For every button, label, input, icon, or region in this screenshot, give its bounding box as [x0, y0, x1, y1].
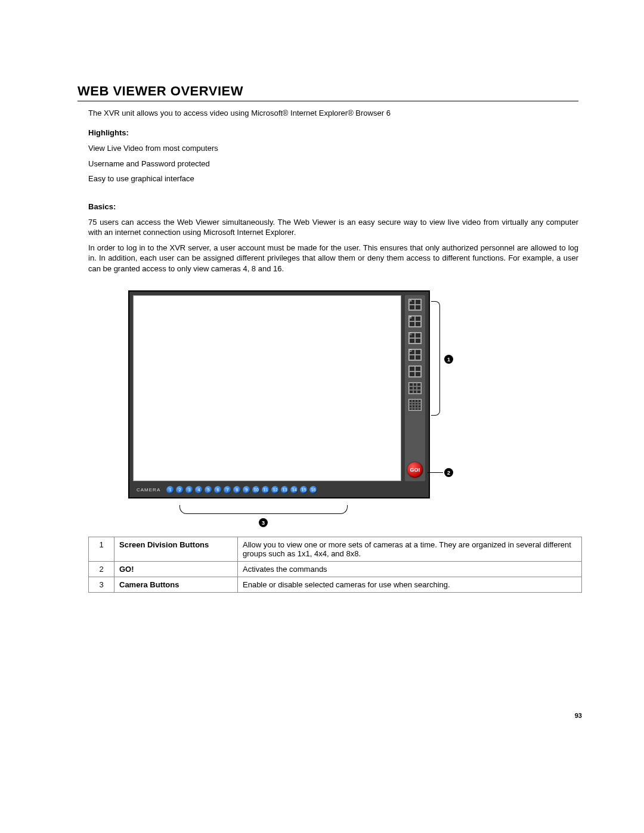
camera-bar: CAMERA 1 2 3 4 5 6 7 8 9 10 11 12 13 14 …	[133, 485, 426, 495]
legend-table: 1 Screen Division Buttons Allow you to v…	[88, 537, 582, 593]
camera-button[interactable]: 7	[224, 486, 231, 494]
legend-label: Screen Division Buttons	[114, 537, 238, 562]
legend-desc: Allow you to view one or more sets of ca…	[238, 537, 582, 562]
division-button-3x3[interactable]	[408, 382, 422, 394]
legend-label: Camera Buttons	[114, 577, 238, 593]
camera-button[interactable]: 2	[176, 486, 184, 494]
page-title: WEB VIEWER OVERVIEW	[78, 83, 578, 101]
callout-bracket-1	[431, 301, 440, 416]
highlight-item: Username and Password protected	[88, 159, 578, 169]
callout-bracket-3	[179, 505, 348, 514]
division-button-a[interactable]: A	[408, 299, 422, 311]
camera-button[interactable]: 8	[233, 486, 241, 494]
video-display-area	[133, 295, 401, 481]
table-row: 1 Screen Division Buttons Allow you to v…	[89, 537, 582, 562]
callout-badge-1: 1	[444, 355, 453, 364]
legend-num: 3	[89, 577, 114, 593]
camera-button[interactable]: 4	[195, 486, 203, 494]
legend-desc: Enable or disable selected cameras for u…	[238, 577, 582, 593]
camera-button[interactable]: 11	[262, 486, 270, 494]
highlight-item: View Live Video from most computers	[88, 143, 578, 154]
camera-button[interactable]: 9	[243, 486, 250, 494]
camera-button[interactable]: 3	[185, 486, 193, 494]
camera-button[interactable]: 14	[290, 486, 298, 494]
legend-num: 1	[89, 537, 114, 562]
go-button[interactable]: GO!	[407, 462, 423, 478]
table-row: 2 GO! Activates the commands	[89, 562, 582, 577]
page-number: 93	[78, 712, 582, 719]
division-button-2x2[interactable]	[408, 366, 422, 377]
app-window: A B C D GO! CAMERA 1 2 3 4 5	[128, 290, 430, 498]
camera-button[interactable]: 6	[214, 486, 222, 494]
division-button-c[interactable]: C	[408, 332, 422, 344]
camera-button[interactable]: 5	[205, 486, 212, 494]
intro-text: The XVR unit allows you to access video …	[88, 109, 578, 117]
callout-badge-2: 2	[444, 468, 453, 477]
highlights-heading: Highlights:	[88, 128, 578, 137]
legend-num: 2	[89, 562, 114, 577]
camera-bar-label: CAMERA	[137, 487, 160, 493]
camera-button[interactable]: 15	[300, 486, 308, 494]
camera-button[interactable]: 16	[309, 486, 317, 494]
legend-desc: Activates the commands	[238, 562, 582, 577]
camera-button[interactable]: 10	[252, 486, 260, 494]
division-button-b[interactable]: B	[408, 315, 422, 327]
camera-buttons-row: 1 2 3 4 5 6 7 8 9 10 11 12 13 14 15 16	[166, 486, 317, 494]
basics-paragraph: 75 users can access the Web Viewer simul…	[88, 217, 578, 238]
division-button-d[interactable]: D	[408, 349, 422, 361]
basics-paragraph: In order to log in to the XVR server, a …	[88, 243, 578, 274]
table-row: 3 Camera Buttons Enable or disable selec…	[89, 577, 582, 593]
division-button-4x4[interactable]	[408, 399, 422, 411]
highlight-item: Easy to use graphical interface	[88, 174, 578, 184]
screen-division-panel: A B C D GO!	[405, 295, 425, 481]
basics-heading: Basics:	[88, 202, 578, 211]
camera-button[interactable]: 1	[166, 486, 174, 494]
screenshot-figure: A B C D GO! CAMERA 1 2 3 4 5	[128, 290, 462, 498]
callout-line-2	[428, 472, 443, 473]
legend-label: GO!	[114, 562, 238, 577]
camera-button[interactable]: 12	[271, 486, 279, 494]
camera-button[interactable]: 13	[281, 486, 289, 494]
